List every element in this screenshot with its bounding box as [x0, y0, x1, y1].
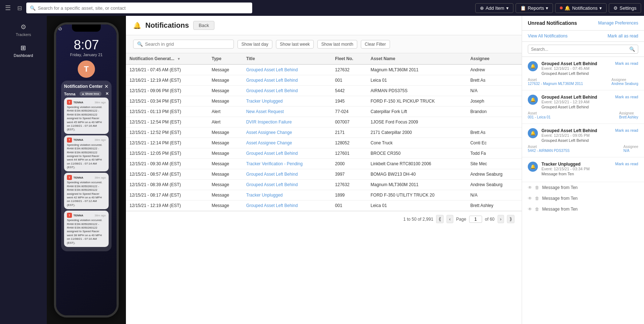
title-link[interactable]: Tracker Verification - Pending: [246, 161, 303, 166]
title-link[interactable]: Asset Assignee Change: [246, 140, 292, 145]
title-link[interactable]: Grouped Asset Left Behind: [246, 182, 298, 187]
sidebar-item-trackers[interactable]: ⚙ Trackers: [16, 23, 31, 37]
title-link[interactable]: Tracker Unplugged: [246, 193, 283, 198]
cell-asset: BOMAG BW213 DH-40: [367, 169, 467, 180]
cell-date: 12/15/21 - 12:54 PM (EST): [126, 117, 208, 127]
table-row: 12/15/21 - 09:30 AM (EST) Message Tracke…: [126, 159, 522, 169]
col-asset[interactable]: Asset Name: [367, 53, 467, 64]
global-search-input[interactable]: [38, 5, 249, 11]
title-link[interactable]: Grouped Asset Left Behind: [246, 172, 298, 177]
page-next-button[interactable]: ›: [498, 215, 504, 223]
cell-title: Grouped Asset Left Behind: [242, 86, 331, 96]
main-content: 🔔 Notifications Back 🔍 Show last day Sho…: [126, 16, 522, 324]
add-item-button[interactable]: ⊕ Add Item ▾: [475, 3, 513, 13]
eye-icon[interactable]: 👁: [528, 185, 532, 190]
col-fleet[interactable]: Fleet No.: [331, 53, 367, 64]
notif-card-0: 🔔 Grouped Asset Left Behind Event: 12/16…: [522, 57, 644, 90]
page-first-button[interactable]: ⟪: [436, 215, 444, 223]
title-link[interactable]: Grouped Asset Left Behind: [246, 67, 298, 72]
table-row: 12/15/21 - 08:57 AM (EST) Message Groupe…: [126, 169, 522, 180]
mark-read-0[interactable]: Mark as read: [615, 61, 638, 66]
manage-preferences-link[interactable]: Manage Preferences: [598, 21, 638, 26]
page-prev-button[interactable]: ‹: [446, 215, 453, 223]
col-date[interactable]: Notification Generat... ▼: [126, 53, 208, 64]
eye-icon-2[interactable]: 👁: [528, 196, 532, 201]
cell-date: 12/15/21 - 01:13 PM (EST): [126, 107, 208, 117]
mark-all-read-link[interactable]: Mark all as read: [608, 33, 638, 39]
cell-date: 12/15/21 - 12:19 AM (EST): [126, 201, 208, 211]
notif-icon-3: 🔔: [528, 162, 538, 172]
col-title[interactable]: Title: [242, 53, 331, 64]
reports-button[interactable]: 📋 Reports ▾: [516, 3, 553, 13]
eye-icon-3[interactable]: 👁: [528, 207, 532, 212]
notif-card-3: 🔔 Tracker Unplugged Event: 12/15/21 - 03…: [522, 157, 644, 182]
title-link[interactable]: DVIR Inspection Failure: [246, 120, 292, 125]
title-link[interactable]: Asset Assignee Change: [246, 130, 292, 135]
show-less-button[interactable]: ▲ Show less: [80, 91, 101, 96]
trash-icon[interactable]: 🗑: [535, 185, 539, 190]
chevron-down-icon: ▾: [506, 5, 509, 11]
title-link[interactable]: New Asset Request: [246, 109, 284, 114]
title-link[interactable]: Tracker Unplugged: [246, 99, 283, 104]
mark-read-3[interactable]: Mark as read: [615, 162, 638, 166]
cell-title: New Asset Request: [242, 107, 331, 117]
nc-close-icon[interactable]: ✕: [104, 84, 109, 89]
cell-assignee: Brett As: [467, 127, 522, 138]
cell-asset: Caterpillar Fork Lift: [367, 107, 467, 117]
cell-date: 12/16/21 - 12:19 AM (EST): [126, 75, 208, 86]
title-link[interactable]: Grouped Asset Left Behind: [246, 203, 298, 208]
title-link[interactable]: Grouped Asset Left Behind: [246, 88, 298, 93]
show-last-day-button[interactable]: Show last day: [237, 40, 272, 49]
hamburger-icon[interactable]: ☰: [3, 2, 13, 14]
cell-fleet: 127632: [331, 180, 367, 190]
title-link[interactable]: Grouped Asset Left Behind: [246, 78, 298, 83]
page-number-input[interactable]: [469, 216, 482, 223]
show-last-month-button[interactable]: Show last month: [317, 40, 357, 49]
cell-fleet: 007007: [331, 117, 367, 127]
cell-assignee: Todd Fa: [467, 148, 522, 159]
title-link[interactable]: Grouped Asset Left Behind: [246, 151, 298, 156]
rp-search-input[interactable]: [531, 47, 627, 52]
cell-date: 12/15/21 - 12:14 PM (EST): [126, 138, 208, 148]
cell-asset: 2171 Caterpillar 2000: [367, 127, 467, 138]
col-assignee[interactable]: Assignee: [467, 53, 522, 64]
filter-icon[interactable]: ⊟: [15, 3, 24, 14]
table-row: 12/15/21 - 01:13 PM (EST) Alert New Asse…: [126, 107, 522, 117]
table-row: 12/15/21 - 12:19 AM (EST) Message Groupe…: [126, 201, 522, 211]
phone-notification-3: T TENNA 38m ago Speeding violation occur…: [64, 211, 109, 247]
page-label: Page: [456, 217, 466, 222]
rp-notifications-list: 🔔 Grouped Asset Left Behind Event: 12/16…: [522, 57, 644, 182]
table-row: 12/15/21 - 12:54 PM (EST) Alert DVIR Ins…: [126, 117, 522, 127]
cell-assignee: N/A: [467, 86, 522, 96]
show-last-week-button[interactable]: Show last week: [276, 40, 314, 49]
view-all-notifications-link[interactable]: View All Notifications: [528, 33, 568, 39]
col-type[interactable]: Type: [208, 53, 242, 64]
trash-icon-3[interactable]: 🗑: [535, 207, 539, 212]
trash-icon-2[interactable]: 🗑: [535, 196, 539, 201]
cell-fleet: 5442: [331, 86, 367, 96]
cell-type: Message: [208, 64, 242, 75]
mark-read-1[interactable]: Mark as read: [615, 95, 638, 99]
cell-title: Asset Assignee Change: [242, 138, 331, 148]
notif-card-2: 🔔 Grouped Asset Left Behind Event: 12/15…: [522, 124, 644, 157]
notifications-button[interactable]: 🔔 Notifications ▾: [555, 3, 607, 13]
back-button[interactable]: Back: [193, 21, 214, 30]
cell-date: 12/15/21 - 08:17 AM (EST): [126, 190, 208, 201]
settings-button[interactable]: ⚙ Settings: [609, 3, 641, 13]
grid-search-icon: 🔍: [137, 41, 143, 47]
cell-title: Tracker Unplugged: [242, 190, 331, 201]
right-panel: Unread Notifications Manage Preferences …: [522, 16, 644, 324]
phone-device: ⏻ 8:07 Friday, January 21 T Notification…: [54, 22, 119, 318]
grid-search-input[interactable]: [145, 41, 217, 47]
page-header: 🔔 Notifications Back: [126, 16, 522, 35]
clear-filter-button[interactable]: Clear Filter: [361, 40, 390, 49]
cell-type: Message: [208, 159, 242, 169]
sidebar-item-dashboard[interactable]: ⊞ Dashboard: [14, 44, 33, 58]
cell-title: Grouped Asset Left Behind: [242, 64, 331, 75]
mark-read-2[interactable]: Mark as read: [615, 128, 638, 132]
nc-dismiss-icon[interactable]: ✕: [105, 91, 109, 96]
cell-type: Message: [208, 138, 242, 148]
page-last-button[interactable]: ⟫: [507, 215, 514, 223]
cell-asset: Leica 01: [367, 75, 467, 86]
cell-type: Alert: [208, 107, 242, 117]
